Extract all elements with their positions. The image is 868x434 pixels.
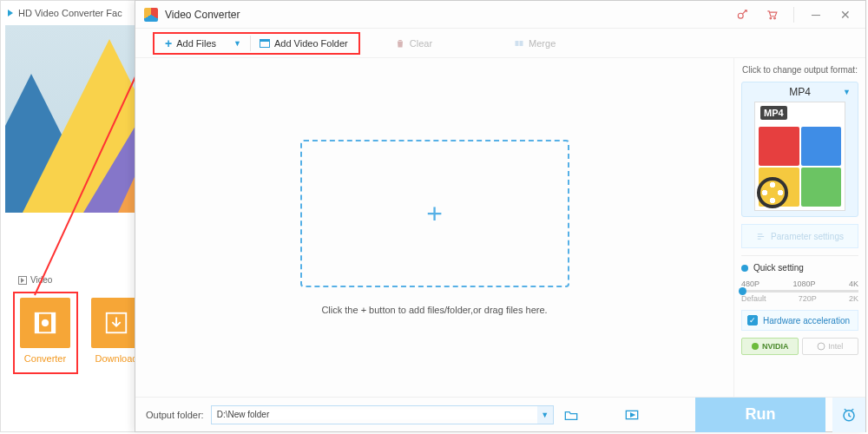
quick-setting-header: Quick setting	[741, 263, 858, 273]
browse-folder-button[interactable]	[561, 405, 582, 424]
film-folder-icon	[625, 409, 639, 421]
video-section-label: Video	[18, 275, 52, 285]
svg-rect-9	[516, 41, 519, 46]
drop-stage: + Click the + button to add files/folder…	[135, 58, 733, 397]
merge-button: Merge	[509, 36, 561, 51]
output-folder-field[interactable]: ▼	[211, 405, 554, 424]
parameter-settings-label: Parameter settings	[771, 232, 844, 241]
video-converter-window: Video Converter ─ ✕ + Add Files ▼	[135, 0, 866, 432]
format-badge: MP4	[760, 106, 787, 120]
register-icon[interactable]	[731, 4, 753, 25]
video-section-text: Video	[30, 275, 52, 285]
chevron-down-icon: ▼	[843, 88, 851, 96]
module-downloader-label: Download	[95, 353, 138, 364]
gpu-nvidia-chip[interactable]: NVIDIA	[741, 338, 799, 355]
schedule-button[interactable]	[832, 398, 865, 432]
output-format-selector[interactable]: MP4 ▼ MP4	[741, 82, 858, 217]
merge-label: Merge	[529, 38, 556, 49]
folder-icon	[260, 39, 270, 48]
drop-zone[interactable]: +	[300, 140, 569, 287]
add-video-folder-button[interactable]: Add Video Folder	[254, 36, 353, 51]
parameter-settings-button[interactable]: Parameter settings	[741, 224, 858, 248]
format-thumbnail: MP4	[754, 102, 845, 211]
hardware-acceleration-label: Hardware acceleration	[763, 316, 850, 326]
plus-icon: +	[165, 36, 172, 50]
res-720p: 720P	[799, 294, 817, 303]
minimize-button[interactable]: ─	[805, 4, 827, 25]
output-folder-label: Output folder:	[146, 410, 204, 420]
gpu-intel-label: Intel	[828, 342, 843, 351]
svg-rect-10	[520, 41, 523, 46]
output-folder-dropdown[interactable]: ▼	[537, 406, 553, 424]
converter-icon	[20, 298, 70, 348]
svg-point-8	[774, 17, 776, 19]
plus-icon: +	[426, 198, 443, 230]
app-logo-icon	[8, 10, 13, 16]
svg-rect-2	[52, 313, 56, 333]
clear-label: Clear	[410, 38, 432, 49]
gpu-intel-chip[interactable]: Intel	[802, 338, 859, 355]
play-icon	[18, 276, 27, 285]
quick-setting-label: Quick setting	[753, 263, 804, 273]
svg-point-3	[42, 319, 49, 326]
change-format-hint: Click to change output format:	[741, 65, 858, 75]
add-files-button[interactable]: + Add Files ▼	[160, 34, 247, 53]
drop-hint-text: Click the + button to add files/folder,o…	[321, 305, 547, 315]
nvidia-icon	[751, 342, 760, 351]
module-converter-label: Converter	[24, 353, 66, 364]
slider-knob[interactable]	[739, 287, 746, 295]
close-button[interactable]: ✕	[834, 4, 857, 25]
clear-button: Clear	[390, 36, 437, 51]
window-title: Video Converter	[165, 9, 240, 21]
main-toolbar: + Add Files ▼ Add Video Folder Clear	[135, 29, 865, 58]
svg-rect-1	[36, 313, 39, 333]
open-output-button[interactable]	[621, 405, 642, 424]
gpu-nvidia-label: NVIDIA	[762, 342, 789, 351]
add-files-label: Add Files	[176, 38, 216, 49]
merge-icon	[514, 38, 524, 49]
hardware-acceleration-toggle[interactable]: ✓ Hardware acceleration	[741, 310, 858, 331]
svg-point-6	[738, 13, 743, 18]
resolution-slider[interactable]: 480P 1080P 4K Default 720P 2K	[741, 279, 858, 303]
output-sidebar: Click to change output format: MP4 ▼ MP4…	[733, 58, 865, 397]
bullet-icon	[741, 265, 748, 272]
annotation-toolbar-highlight: + Add Files ▼ Add Video Folder	[153, 32, 360, 55]
svg-point-12	[818, 343, 825, 350]
res-2k: 2K	[849, 294, 858, 303]
res-4k: 4K	[849, 279, 858, 288]
open-folder-icon	[564, 409, 578, 421]
chevron-down-icon[interactable]: ▼	[233, 39, 241, 48]
checkbox-checked-icon: ✓	[747, 315, 758, 326]
titlebar: Video Converter ─ ✕	[135, 1, 865, 29]
cart-icon[interactable]	[760, 4, 783, 25]
res-1080p: 1080P	[792, 279, 815, 288]
add-folder-label: Add Video Folder	[274, 38, 348, 49]
background-title-text: HD Video Converter Fac	[18, 8, 122, 18]
sliders-icon	[756, 232, 766, 241]
svg-point-7	[770, 17, 772, 19]
alarm-clock-icon	[841, 407, 857, 423]
module-converter[interactable]: Converter	[15, 298, 76, 364]
app-logo-icon	[144, 8, 158, 22]
bottom-bar: Output folder: ▼ Run	[135, 397, 865, 431]
trash-icon	[395, 38, 405, 49]
film-reel-icon	[757, 177, 788, 208]
output-folder-input[interactable]	[212, 410, 537, 419]
output-format-label: MP4	[789, 86, 811, 98]
res-default: Default	[741, 294, 766, 303]
run-button-label: Run	[746, 405, 776, 424]
run-button[interactable]: Run	[695, 398, 825, 432]
intel-icon	[817, 342, 825, 351]
svg-point-11	[752, 343, 759, 350]
